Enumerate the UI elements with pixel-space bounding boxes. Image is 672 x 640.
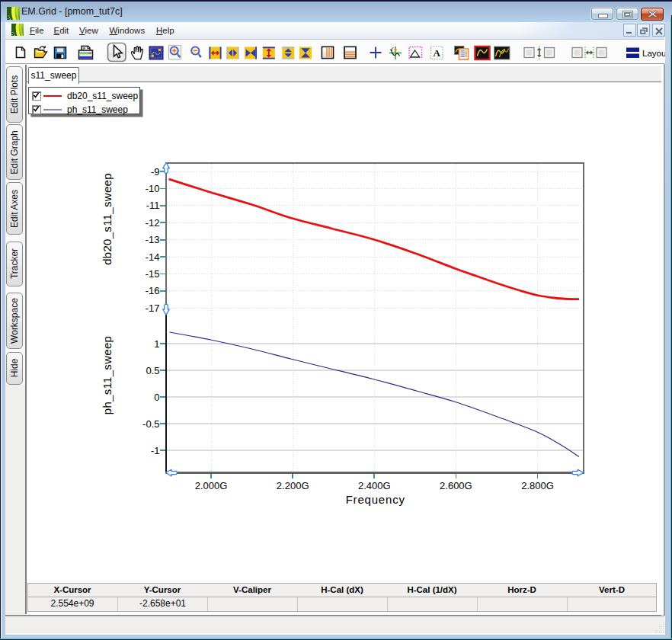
svg-text:-1: -1 — [151, 445, 160, 456]
svg-text:2.400G: 2.400G — [358, 480, 391, 491]
svg-text:ph_s11_sweep: ph_s11_sweep — [101, 336, 114, 414]
svg-text:0: 0 — [154, 392, 159, 403]
svg-text:-17: -17 — [146, 302, 160, 314]
svg-text:2.800G: 2.800G — [521, 480, 554, 491]
svg-text:-13: -13 — [146, 234, 160, 245]
svg-text:-11: -11 — [146, 200, 160, 211]
svg-text:-9: -9 — [151, 166, 160, 178]
svg-text:2.200G: 2.200G — [277, 480, 309, 491]
svg-text:Frequency: Frequency — [346, 493, 405, 506]
svg-text:0.5: 0.5 — [146, 365, 159, 376]
svg-text:2.000G: 2.000G — [195, 480, 228, 491]
svg-text:-12: -12 — [146, 217, 160, 229]
svg-text:2.600G: 2.600G — [440, 480, 472, 491]
svg-text:-15: -15 — [146, 268, 160, 280]
svg-text:-10: -10 — [146, 183, 160, 194]
svg-text:-0.5: -0.5 — [142, 418, 159, 430]
svg-text:-14: -14 — [146, 251, 160, 263]
svg-text:db20_s11_sweep: db20_s11_sweep — [101, 173, 114, 265]
svg-text:1: 1 — [154, 338, 159, 350]
svg-text:-16: -16 — [146, 285, 160, 296]
